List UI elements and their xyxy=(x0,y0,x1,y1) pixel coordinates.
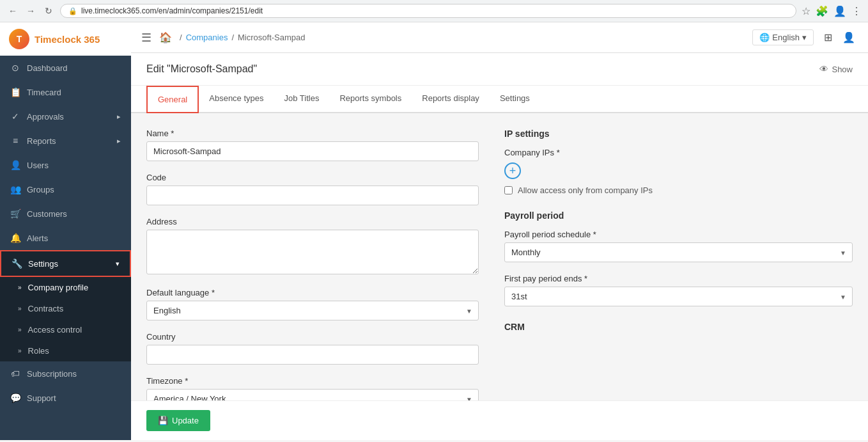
alerts-icon: 🔔 xyxy=(10,233,20,243)
logo-circle: T xyxy=(9,29,29,49)
refresh-button[interactable]: ↻ xyxy=(42,4,55,17)
payroll-section: Payroll period Payroll period schedule *… xyxy=(504,210,853,306)
groups-icon: 👥 xyxy=(10,184,20,194)
users-icon: 👤 xyxy=(10,160,20,170)
language-label: English xyxy=(772,33,800,42)
sidebar-item-groups[interactable]: 👥 Groups xyxy=(0,177,131,201)
tab-general[interactable]: General xyxy=(146,86,199,113)
sidebar-label-timecard: Timecard xyxy=(27,88,61,97)
language-select[interactable]: English Spanish French xyxy=(146,301,479,320)
menu-icon[interactable]: ⋮ xyxy=(851,5,862,17)
sidebar-item-subscriptions[interactable]: 🏷 Subscriptions xyxy=(0,361,131,386)
language-label-field: Default language * xyxy=(146,288,479,297)
app-layout: T Timeclock 365 ⊙ Dashboard 📋 Timecard ✓… xyxy=(0,22,868,440)
tab-reports-display[interactable]: Reports display xyxy=(412,86,490,113)
access-control-bullet: » xyxy=(18,326,22,333)
first-pay-wrapper: 31st 30th 28th 15th xyxy=(504,287,853,306)
show-button[interactable]: 👁 Show xyxy=(819,64,853,74)
country-input[interactable] xyxy=(146,345,479,365)
sidebar-logo: T Timeclock 365 xyxy=(0,22,131,56)
form-group-name: Name * xyxy=(146,129,479,161)
user-menu-icon[interactable]: 👤 xyxy=(840,29,858,46)
url-bar[interactable]: 🔒 live.timeclock365.com/en/admin/compani… xyxy=(60,4,796,18)
sidebar-sub-item-contracts[interactable]: » Contracts xyxy=(0,298,131,319)
sidebar-sub-item-roles[interactable]: » Roles xyxy=(0,340,131,361)
sidebar-label-support: Support xyxy=(27,393,56,403)
first-pay-select[interactable]: 31st 30th 28th 15th xyxy=(504,287,853,306)
settings-arrow: ▾ xyxy=(116,260,120,268)
sidebar-item-dashboard[interactable]: ⊙ Dashboard xyxy=(0,56,131,80)
ip-settings-title: IP settings xyxy=(504,129,853,139)
hamburger-button[interactable]: ☰ xyxy=(141,31,151,45)
forward-button[interactable]: → xyxy=(24,4,37,17)
sidebar-item-reports[interactable]: ≡ Reports ▸ xyxy=(0,129,131,153)
sidebar-sub-item-company-profile[interactable]: » Company profile xyxy=(0,277,131,298)
main-content: Edit "Microsoft-Sampad" 👁 Show General A… xyxy=(131,53,868,440)
settings-icon: 🔧 xyxy=(12,258,22,269)
address-input[interactable] xyxy=(146,230,479,274)
form-group-country: Country xyxy=(146,332,479,365)
sidebar-label-customers: Customers xyxy=(27,209,67,219)
update-button[interactable]: 💾 Update xyxy=(146,410,210,431)
company-profile-bullet: » xyxy=(18,284,22,291)
extensions-icon[interactable]: 🧩 xyxy=(816,5,828,17)
form-group-language: Default language * English Spanish Frenc… xyxy=(146,288,479,320)
sidebar-label-approvals: Approvals xyxy=(27,112,64,122)
settings-sub-menu: » Company profile » Contracts » Access c… xyxy=(0,277,131,361)
browser-actions: ☆ 🧩 👤 ⋮ xyxy=(802,5,862,17)
star-icon[interactable]: ☆ xyxy=(802,5,810,17)
address-label: Address xyxy=(146,217,479,226)
sidebar-label-dashboard: Dashboard xyxy=(27,63,68,73)
add-ip-button[interactable]: + xyxy=(504,162,521,179)
logo-text: Timeclock 365 xyxy=(35,34,100,45)
allow-ips-label: Allow access only from company IPs xyxy=(518,185,653,195)
language-selector[interactable]: 🌐 English ▾ xyxy=(752,29,814,45)
topbar: ☰ 🏠 / Companies / Microsoft-Sampad 🌐 Eng… xyxy=(131,22,868,53)
account-icon[interactable]: 👤 xyxy=(833,5,846,17)
sidebar-item-users[interactable]: 👤 Users xyxy=(0,153,131,177)
breadcrumb-companies[interactable]: Companies xyxy=(186,33,228,42)
grid-icon[interactable]: ⊞ xyxy=(821,29,835,46)
sidebar-item-approvals[interactable]: ✓ Approvals ▸ xyxy=(0,104,131,129)
allow-ips-checkbox[interactable] xyxy=(504,186,513,194)
home-button[interactable]: 🏠 xyxy=(159,31,172,43)
bottom-bar: 💾 Update xyxy=(131,400,868,440)
payroll-schedule-select[interactable]: Monthly Weekly Bi-weekly xyxy=(504,242,853,262)
globe-icon: 🌐 xyxy=(759,33,770,42)
approvals-icon: ✓ xyxy=(10,111,20,122)
subscriptions-icon: 🏷 xyxy=(10,368,20,379)
breadcrumb: / Companies / Microsoft-Sampad xyxy=(180,33,306,42)
timezone-label: Timezone * xyxy=(146,376,479,386)
tab-settings[interactable]: Settings xyxy=(490,86,540,113)
sidebar-item-settings[interactable]: 🔧 Settings ▾ xyxy=(0,250,131,277)
support-icon: 💬 xyxy=(10,393,20,403)
code-label: Code xyxy=(146,173,479,182)
contracts-bullet: » xyxy=(18,305,22,312)
sidebar-item-customers[interactable]: 🛒 Customers xyxy=(0,201,131,226)
tab-job-titles[interactable]: Job Titles xyxy=(274,86,330,113)
sidebar-item-support[interactable]: 💬 Support xyxy=(0,386,131,410)
roles-bullet: » xyxy=(18,347,22,354)
breadcrumb-current: Microsoft-Sampad xyxy=(238,33,305,42)
form-group-code: Code xyxy=(146,173,479,205)
tab-absence-types[interactable]: Absence types xyxy=(199,86,274,113)
tabs-bar: General Absence types Job Titles Reports… xyxy=(131,86,868,113)
back-button[interactable]: ← xyxy=(6,4,19,17)
sidebar-item-timecard[interactable]: 📋 Timecard xyxy=(0,80,131,104)
name-input[interactable] xyxy=(146,141,479,161)
reports-arrow: ▸ xyxy=(117,137,121,145)
sidebar-sub-item-access-control[interactable]: » Access control xyxy=(0,319,131,340)
language-select-wrapper: English Spanish French xyxy=(146,301,479,320)
tab-reports-symbols[interactable]: Reports symbols xyxy=(329,86,412,113)
form-area: Name * Code Address Default language * xyxy=(131,113,868,440)
customers-icon: 🛒 xyxy=(10,209,20,219)
show-label: Show xyxy=(832,65,853,74)
first-pay-label: First pay period ends * xyxy=(504,274,853,283)
name-label: Name * xyxy=(146,129,479,138)
code-input[interactable] xyxy=(146,185,479,205)
sidebar-sub-label-access-control: Access control xyxy=(28,325,82,335)
browser-chrome: ← → ↻ 🔒 live.timeclock365.com/en/admin/c… xyxy=(0,0,868,22)
sidebar-item-alerts[interactable]: 🔔 Alerts xyxy=(0,226,131,250)
payroll-title: Payroll period xyxy=(504,210,853,221)
sidebar-label-subscriptions: Subscriptions xyxy=(27,369,77,379)
